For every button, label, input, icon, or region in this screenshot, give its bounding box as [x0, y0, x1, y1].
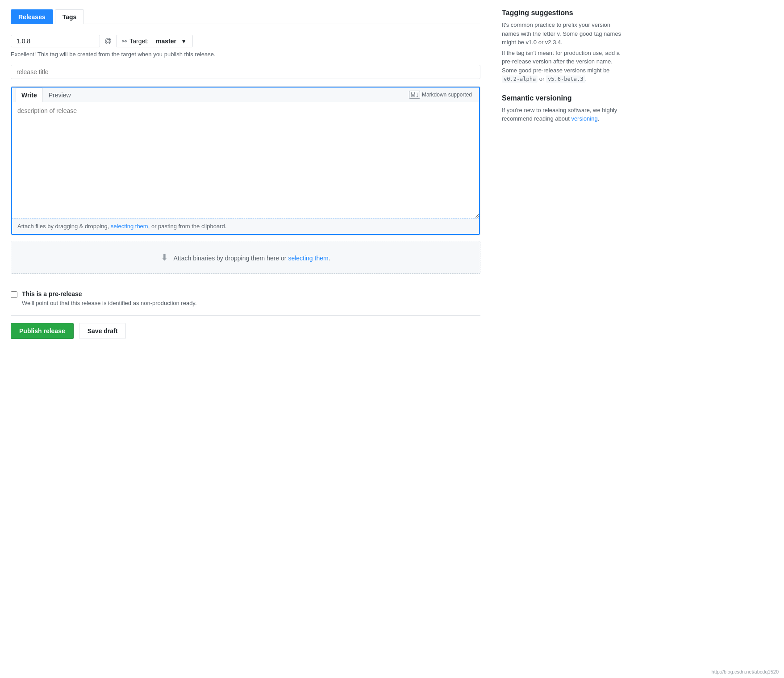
semantic-text-1: If you're new to releasing software, we …	[502, 107, 617, 122]
sidebar: Tagging suggestions It's common practice…	[491, 0, 634, 678]
save-draft-button[interactable]: Save draft	[79, 323, 126, 339]
pre-release-checkbox[interactable]	[11, 291, 17, 298]
markdown-badge: M↓ Markdown supported	[405, 89, 475, 100]
pre-release-text-wrapper: This is a pre-release We'll point out th…	[22, 290, 197, 306]
semantic-text: If you're new to releasing software, we …	[502, 106, 623, 123]
attach-binaries-text3: .	[329, 255, 330, 262]
attach-binaries-link[interactable]: selecting them	[288, 255, 328, 262]
description-textarea[interactable]	[12, 102, 479, 218]
pre-release-label[interactable]: This is a pre-release We'll point out th…	[11, 290, 480, 306]
footer-url: http://blog.csdn.net/abcdq1520	[712, 669, 779, 674]
editor-container: Write Preview M↓ Markdown supported Atta…	[11, 86, 480, 235]
tag-hint: Excellent! This tag will be created from…	[11, 51, 480, 58]
markdown-label: Markdown supported	[422, 92, 472, 98]
pre-release-desc: We'll point out that this release is ide…	[22, 300, 197, 306]
tagging-text-2: If the tag isn't meant for production us…	[502, 49, 623, 84]
attach-files-text-1: Attach files by dragging & dropping,	[17, 223, 111, 230]
attach-files-text-2: , or pasting from the clipboard.	[148, 223, 227, 230]
tab-tags[interactable]: Tags	[55, 9, 84, 24]
attach-files-link[interactable]: selecting them	[111, 223, 148, 230]
semantic-section: Semantic versioning If you're new to rel…	[502, 94, 623, 123]
target-branch-name: master	[156, 38, 176, 45]
attach-files-bar: Attach files by dragging & dropping, sel…	[12, 218, 479, 234]
target-prefix: Target:	[129, 38, 149, 45]
semantic-heading: Semantic versioning	[502, 94, 623, 102]
pre-release-title: This is a pre-release	[22, 290, 197, 297]
tagging-heading: Tagging suggestions	[502, 9, 623, 17]
tab-write[interactable]: Write	[16, 88, 43, 102]
semantic-text-2: .	[598, 115, 600, 122]
attach-binaries-zone[interactable]: ⬇ Attach binaries by dropping them here …	[11, 241, 480, 274]
target-branch-button[interactable]: ⚯ Target: master ▼	[116, 35, 192, 47]
editor-tab-bar: Write Preview M↓ Markdown supported	[11, 87, 480, 102]
at-symbol: @	[104, 37, 112, 45]
tab-releases[interactable]: Releases	[11, 9, 53, 24]
branch-icon: ⚯	[122, 38, 127, 45]
pre-release-section: This is a pre-release We'll point out th…	[11, 283, 480, 306]
action-buttons: Publish release Save draft	[11, 315, 480, 339]
publish-release-button[interactable]: Publish release	[11, 323, 74, 339]
tab-bar: Releases Tags	[11, 9, 480, 24]
editor-body: Attach files by dragging & dropping, sel…	[11, 102, 480, 235]
tag-version-input[interactable]	[11, 35, 100, 47]
release-title-input[interactable]	[11, 65, 480, 79]
attach-binaries-text1: Attach binaries by dropping them here or	[174, 255, 288, 262]
semantic-link[interactable]: versioning	[571, 115, 597, 122]
release-form: @ ⚯ Target: master ▼ Excellent! This tag…	[11, 35, 480, 339]
download-arrow-icon: ⬇	[161, 252, 168, 262]
tab-preview[interactable]: Preview	[43, 88, 77, 102]
tagging-text-1: It's common practice to prefix your vers…	[502, 21, 623, 47]
tag-target-row: @ ⚯ Target: master ▼	[11, 35, 480, 47]
markdown-icon: M↓	[409, 91, 420, 99]
tagging-section: Tagging suggestions It's common practice…	[502, 9, 623, 84]
